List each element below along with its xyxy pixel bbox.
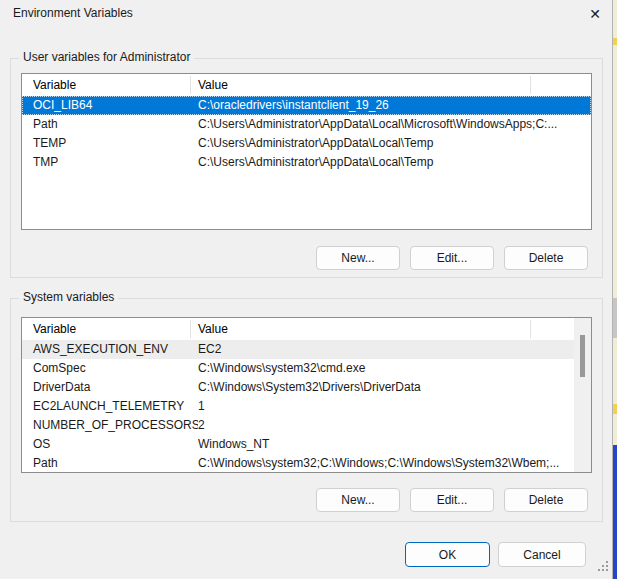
background-window-strip [613, 0, 617, 579]
user-variables-list: Variable Value OCI_LIB64 C:\oracledriver… [21, 73, 592, 230]
table-row[interactable]: TEMP C:\Users\Administrator\AppData\Loca… [22, 134, 591, 153]
value-cell: C:\oracledrivers\instantclient_19_26 [198, 96, 591, 115]
user-buttons-row: New...Edit...Delete [316, 246, 588, 270]
table-row[interactable]: AWS_EXECUTION_ENV EC2 [22, 340, 591, 359]
system-variables-list: Variable Value AWS_EXECUTION_ENV EC2 Com… [21, 317, 592, 473]
system-list-rows: AWS_EXECUTION_ENV EC2 ComSpec C:\Windows… [22, 340, 591, 472]
user-list-rows: OCI_LIB64 C:\oracledrivers\instantclient… [22, 96, 591, 229]
dialog-title: Environment Variables [13, 6, 133, 20]
variable-cell: OS [22, 435, 198, 454]
vertical-scrollbar[interactable] [574, 318, 591, 472]
value-cell: C:\Windows\system32\cmd.exe [198, 359, 591, 378]
system-variables-group-label: System variables [19, 290, 118, 304]
background-strip-segment [613, 38, 617, 45]
cancel-button[interactable]: Cancel [498, 542, 586, 567]
close-icon[interactable]: ✕ [582, 2, 608, 26]
environment-variables-dialog: Environment Variables ✕ User variables f… [0, 0, 613, 579]
value-cell: EC2 [198, 340, 591, 359]
variable-cell: NUMBER_OF_PROCESSORS [22, 416, 198, 435]
variable-cell: OCI_LIB64 [22, 96, 198, 115]
header-divider [190, 320, 191, 338]
system-list-header: Variable Value [22, 318, 591, 340]
value-cell: C:\Windows\system32;C:\Windows;C:\Window… [198, 454, 591, 472]
system-edit-button[interactable]: Edit... [410, 488, 494, 512]
value-cell: C:\Users\Administrator\AppData\Local\Tem… [198, 134, 591, 153]
variable-cell: Path [22, 115, 198, 134]
value-cell: Windows_NT [198, 435, 591, 454]
table-row[interactable]: DriverData C:\Windows\System32\Drivers\D… [22, 378, 591, 397]
table-row[interactable]: ComSpec C:\Windows\system32\cmd.exe [22, 359, 591, 378]
table-row[interactable]: TMP C:\Users\Administrator\AppData\Local… [22, 153, 591, 172]
ok-button[interactable]: OK [405, 542, 490, 567]
column-header-variable[interactable]: Variable [33, 318, 76, 340]
user-variables-group-label: User variables for Administrator [19, 50, 194, 64]
background-strip-segment [613, 404, 617, 414]
system-delete-button[interactable]: Delete [504, 488, 588, 512]
column-header-variable[interactable]: Variable [33, 74, 76, 96]
header-divider [530, 320, 531, 338]
user-new-button[interactable]: New... [316, 246, 400, 270]
background-strip-segment [613, 298, 617, 338]
table-row[interactable]: OS Windows_NT [22, 435, 591, 454]
variable-cell: TMP [22, 153, 198, 172]
table-row[interactable]: Path C:\Users\Administrator\AppData\Loca… [22, 115, 591, 134]
table-row[interactable]: Path C:\Windows\system32;C:\Windows;C:\W… [22, 454, 591, 472]
column-header-value[interactable]: Value [198, 74, 228, 96]
value-cell: C:\Users\Administrator\AppData\Local\Tem… [198, 153, 591, 172]
system-new-button[interactable]: New... [316, 488, 400, 512]
user-list-header: Variable Value [22, 74, 591, 96]
variable-cell: EC2LAUNCH_TELEMETRY [22, 397, 198, 416]
background-strip-segment [613, 445, 617, 579]
resize-grip[interactable] [598, 561, 610, 573]
variable-cell: AWS_EXECUTION_ENV [22, 340, 198, 359]
variable-cell: DriverData [22, 378, 198, 397]
user-variables-group: User variables for Administrator Variabl… [10, 58, 603, 278]
value-cell: 1 [198, 397, 591, 416]
screen: Environment Variables ✕ User variables f… [0, 0, 617, 579]
column-header-value[interactable]: Value [198, 318, 228, 340]
variable-cell: Path [22, 454, 198, 472]
variable-cell: TEMP [22, 134, 198, 153]
user-edit-button[interactable]: Edit... [410, 246, 494, 270]
header-divider [530, 76, 531, 94]
table-row[interactable]: OCI_LIB64 C:\oracledrivers\instantclient… [22, 96, 591, 115]
value-cell: 2 [198, 416, 591, 435]
scrollbar-thumb[interactable] [580, 335, 585, 377]
header-divider [190, 76, 191, 94]
table-row[interactable]: EC2LAUNCH_TELEMETRY 1 [22, 397, 591, 416]
variable-cell: ComSpec [22, 359, 198, 378]
user-delete-button[interactable]: Delete [504, 246, 588, 270]
value-cell: C:\Windows\System32\Drivers\DriverData [198, 378, 591, 397]
value-cell: C:\Users\Administrator\AppData\Local\Mic… [198, 115, 591, 134]
system-buttons-row: New...Edit...Delete [316, 488, 588, 512]
table-row[interactable]: NUMBER_OF_PROCESSORS 2 [22, 416, 591, 435]
